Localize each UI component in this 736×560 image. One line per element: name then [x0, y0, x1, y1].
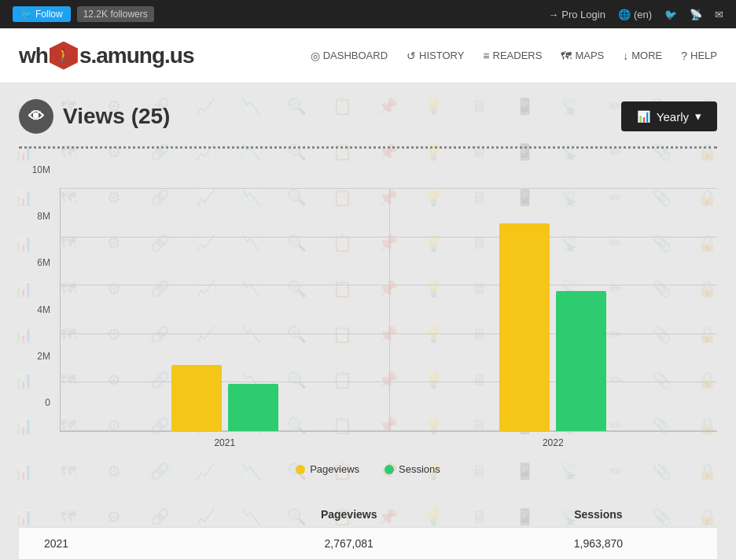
bar-2022-sessions: [556, 291, 606, 431]
maps-icon: 🗺: [561, 50, 572, 62]
twitter-nav-icon: 🐦: [664, 9, 677, 20]
bar-group-2021-label: 2021: [214, 437, 235, 448]
rss-link[interactable]: 📡: [690, 9, 702, 20]
bar-2021-pageviews: [171, 365, 222, 431]
email-link[interactable]: ✉: [715, 9, 723, 20]
legend-pageviews: Pageviews: [296, 463, 359, 475]
rss-icon: 📡: [690, 9, 702, 20]
main-nav: ◎ DASHBOARD ↺ HISTORY ≡ READERS 🗺 MAPS ↓…: [311, 50, 717, 62]
yearly-label: Yearly: [657, 110, 689, 123]
table-header-sessions: Sessions: [480, 502, 717, 528]
top-bar-left: 🐦 Follow 12.2K followers: [13, 6, 154, 22]
table-cell-pageviews-2021: 2,767,081: [219, 528, 480, 560]
views-title: 👁 Views (25): [19, 99, 170, 134]
table-cell-sessions-2021: 1,963,870: [480, 528, 717, 560]
logo-text-left: wh: [19, 43, 48, 68]
top-bar: 🐦 Follow 12.2K followers → Pro Login 🌐 (…: [0, 0, 736, 28]
logo: wh 🚶 s.amung.us: [19, 42, 193, 70]
twitter-link[interactable]: 🐦: [664, 9, 677, 20]
y-axis-2m: 2M: [37, 351, 50, 362]
legend-pageviews-label: Pageviews: [310, 463, 359, 475]
chart-bar-icon: 📊: [637, 110, 650, 123]
logo-figure-icon: 🚶: [56, 48, 71, 63]
dashboard-icon: ◎: [311, 50, 320, 62]
views-count-title: Views (25): [63, 104, 170, 129]
logo-icon: 🚶: [50, 42, 78, 70]
language-link[interactable]: 🌐 (en): [618, 9, 652, 20]
chart-inner: 2021 2022: [60, 188, 717, 432]
main-content: 📊🗺⚙🔗📈📉🔍📋📌💡🖥📱📡✏📎🔒📊🗺⚙🔗📈📉🔍📋📌💡🖥📱📡✏📎🔒📊🗺⚙🔗📈📉🔍📋…: [0, 83, 736, 560]
eye-icon: 👁: [19, 99, 53, 134]
more-icon: ↓: [623, 50, 628, 62]
history-icon: ↺: [407, 50, 416, 62]
legend-pageviews-dot: [296, 465, 305, 474]
bar-group-2022: 2022: [389, 223, 718, 431]
email-icon: ✉: [715, 9, 723, 20]
views-header: 👁 Views (25) 📊 Yearly ▾: [19, 99, 717, 134]
bar-2021-sessions: [228, 384, 278, 431]
y-axis-8m: 8M: [37, 211, 50, 222]
y-axis-0: 0: [45, 397, 50, 408]
login-icon: →: [548, 9, 558, 20]
twitter-icon: 🐦: [20, 9, 32, 20]
legend-sessions: Sessions: [385, 463, 440, 475]
follow-button[interactable]: 🐦 Follow: [13, 6, 71, 22]
nav-help[interactable]: ? HELP: [681, 50, 717, 62]
table-cell-year-2021: 2021: [19, 528, 219, 560]
yearly-button[interactable]: 📊 Yearly ▾: [621, 101, 717, 131]
y-axis-10m: 10M: [32, 164, 50, 175]
logo-text-right: s.amung.us: [79, 43, 194, 68]
chevron-down-icon: ▾: [695, 109, 701, 123]
chart-legend: Pageviews Sessions: [19, 463, 717, 475]
y-axis-6m: 6M: [37, 257, 50, 268]
globe-icon: 🌐: [618, 9, 631, 20]
follow-label: Follow: [35, 9, 63, 20]
nav-readers[interactable]: ≡ READERS: [483, 50, 542, 62]
bar-group-2022-label: 2022: [543, 437, 564, 448]
legend-sessions-dot: [385, 465, 394, 474]
help-icon: ?: [681, 50, 687, 62]
table-header-pageviews: Pageviews: [219, 502, 480, 528]
table-header-year: [19, 502, 219, 528]
table-header-row: Pageviews Sessions: [19, 502, 717, 528]
header: wh 🚶 s.amung.us ◎ DASHBOARD ↺ HISTORY ≡ …: [0, 28, 736, 83]
top-bar-right: → Pro Login 🌐 (en) 🐦 📡 ✉: [548, 9, 723, 20]
legend-sessions-label: Sessions: [399, 463, 440, 475]
pro-login-link[interactable]: → Pro Login: [548, 9, 605, 20]
dotted-separator: [19, 146, 717, 149]
nav-dashboard[interactable]: ◎ DASHBOARD: [311, 50, 388, 62]
bar-group-2021: 2021: [61, 365, 389, 431]
readers-icon: ≡: [483, 50, 489, 62]
nav-history[interactable]: ↺ HISTORY: [407, 50, 464, 62]
chart-area: 10M 8M 6M 4M 2M 0: [19, 157, 717, 483]
table-row: 2021 2,767,081 1,963,870: [19, 528, 717, 560]
nav-maps[interactable]: 🗺 MAPS: [561, 50, 604, 62]
bar-2022-pageviews: [499, 223, 550, 431]
followers-badge: 12.2K followers: [77, 6, 154, 22]
y-axis-4m: 4M: [37, 304, 50, 315]
y-axis: 10M 8M 6M 4M 2M 0: [19, 164, 57, 408]
chart-container: 10M 8M 6M 4M 2M 0: [19, 164, 717, 432]
data-table: Pageviews Sessions 2021 2,767,081 1,963,…: [19, 502, 717, 560]
nav-more[interactable]: ↓ MORE: [623, 50, 662, 62]
